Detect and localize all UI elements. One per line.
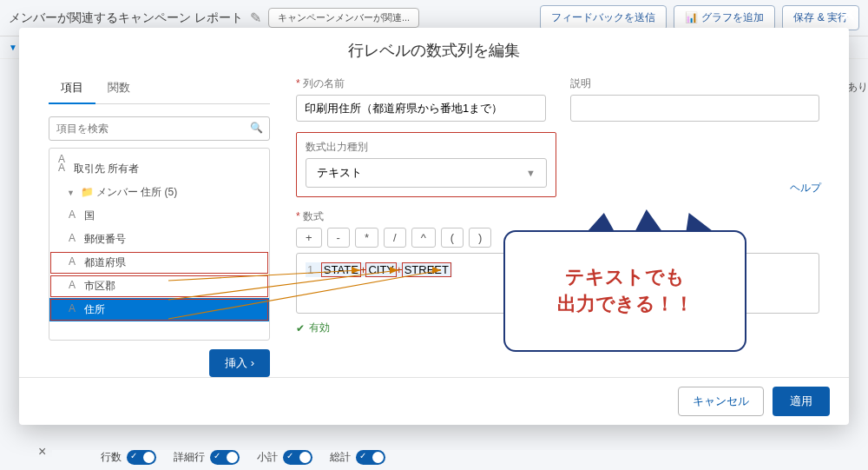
add-chart-button[interactable]: グラフを追加 [674,5,775,30]
tree-truncated-item[interactable] [49,149,269,157]
tree-city[interactable]: 市区郡 [49,275,269,298]
formula-modal: 行レベルの数式列を編集 項目 関数 🔍 取引先 所有者 📁メンバー 住所 (5)… [19,28,849,425]
line-number: 1 [307,263,313,276]
output-type-value: テキスト [317,165,362,181]
toggle-total[interactable] [356,450,385,465]
output-type-highlight: 数式出力種別 テキスト ▼ [296,132,556,197]
op-minus[interactable]: - [327,228,350,248]
tab-functions[interactable]: 関数 [95,75,142,103]
toggle-total-label: 総計 [330,450,351,465]
token-city: CITY [366,263,396,276]
tree-country[interactable]: 国 [49,204,269,228]
toggle-detail-label: 詳細行 [174,450,205,465]
toggle-row-label: 行数 [101,450,122,465]
insert-button[interactable]: 挿入 [209,349,270,377]
field-tree: 取引先 所有者 📁メンバー 住所 (5) 国 郵便番号 都道府県 市区郡 住所 [49,148,270,341]
column-name-input[interactable] [296,95,546,122]
tree-folder-address[interactable]: 📁メンバー 住所 (5) [49,181,269,204]
formula-label: 数式 [296,210,324,222]
modal-title: 行レベルの数式列を編集 [19,28,849,75]
desc-label: 説明 [570,77,591,89]
help-link[interactable]: ヘルプ [790,181,821,195]
cancel-button[interactable]: キャンセル [678,387,764,416]
edit-pencil-icon[interactable]: ✎ [250,10,261,26]
tree-street[interactable]: 住所 [49,298,269,321]
toggle-row[interactable] [127,450,156,465]
toggle-detail[interactable] [210,450,240,465]
name-label: 列の名前 [296,77,345,89]
tab-fields[interactable]: 項目 [49,75,95,104]
close-icon[interactable]: ✕ [840,3,856,26]
description-input[interactable] [570,95,820,122]
feedback-button[interactable]: フィードバックを送信 [540,5,667,30]
bottom-close-icon[interactable]: × [38,444,46,460]
campaign-chip[interactable]: キャンペーンメンバーが関連... [268,8,419,28]
toggle-subtotal[interactable] [283,450,312,465]
op-rparen[interactable]: ) [469,228,491,248]
field-search-input[interactable] [49,116,270,141]
bottom-toggle-bar: 行数 詳細行 小計 総計 [52,450,868,465]
tree-account-owner[interactable]: 取引先 所有者 [49,157,269,181]
report-title: メンバーが関連するキャンペーン レポート [9,10,243,26]
token-state: STATE [322,263,360,276]
tree-state[interactable]: 都道府県 [49,251,269,275]
op-mult[interactable]: * [355,228,378,248]
left-tabs: 項目 関数 [49,75,270,104]
annotation-bubble: テキストでも出力できる！！ [503,230,746,352]
search-icon: 🔍 [250,122,263,134]
tree-postal[interactable]: 郵便番号 [49,228,269,251]
op-plus[interactable]: + [296,228,322,248]
toggle-subtotal-label: 小計 [257,450,278,465]
token-street: STREET [403,263,450,276]
op-div[interactable]: / [384,228,406,248]
apply-button[interactable]: 適用 [773,387,830,416]
output-type-select[interactable]: テキスト ▼ [306,158,547,188]
op-lparen[interactable]: ( [441,228,464,248]
chevron-down-icon: ▼ [526,168,536,178]
output-type-label: 数式出力種別 [306,141,368,153]
op-pow[interactable]: ^ [411,228,436,248]
